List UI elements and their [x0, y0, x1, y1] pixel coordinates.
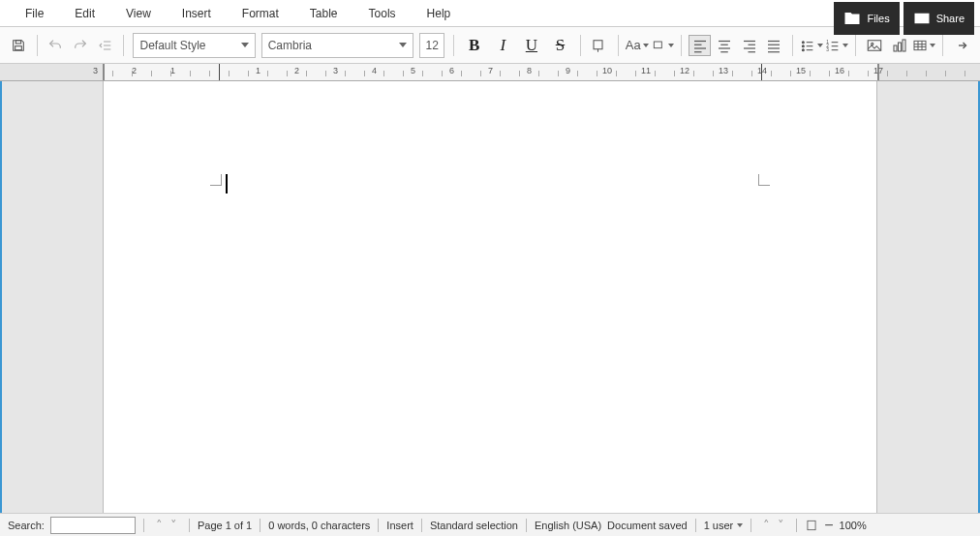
- svg-rect-38: [894, 45, 897, 51]
- envelope-icon: [913, 10, 931, 27]
- ruler-num: 9: [566, 66, 570, 75]
- svg-rect-5: [594, 40, 602, 48]
- svg-point-26: [803, 45, 805, 46]
- search-input[interactable]: [50, 517, 136, 534]
- text-cursor: [226, 174, 228, 194]
- menu-table[interactable]: Table: [294, 0, 353, 27]
- zoom-level[interactable]: 100%: [840, 520, 867, 531]
- menu-edit[interactable]: Edit: [59, 0, 110, 27]
- files-button[interactable]: Files: [834, 2, 899, 35]
- top-right-buttons: Files Share: [834, 2, 974, 35]
- ruler-num: 16: [835, 66, 844, 75]
- align-left-icon: [691, 37, 709, 54]
- svg-rect-1: [15, 45, 21, 49]
- menu-view[interactable]: View: [110, 0, 167, 27]
- insert-chart-button[interactable]: [888, 35, 911, 56]
- strikethrough-button[interactable]: S: [547, 33, 574, 58]
- folder-icon: [843, 10, 861, 27]
- document-area: [0, 81, 980, 515]
- ruler-num: 13: [719, 66, 728, 75]
- word-count[interactable]: 0 words, 0 characters: [268, 520, 370, 531]
- chevron-down-icon: [668, 44, 674, 47]
- toolbar: Default Style Cambria 12 B I U S Aa: [0, 27, 980, 64]
- align-left-button[interactable]: [689, 35, 712, 56]
- align-center-button[interactable]: [713, 35, 736, 56]
- fit-page-icon[interactable]: [805, 519, 818, 532]
- clear-formatting-button[interactable]: [588, 35, 611, 56]
- show-more-button[interactable]: [950, 35, 973, 56]
- separator: [681, 35, 682, 56]
- align-justify-button[interactable]: [763, 35, 786, 56]
- ruler-num: 14: [757, 66, 767, 75]
- separator: [618, 35, 619, 56]
- menu-format[interactable]: Format: [227, 0, 294, 27]
- font-case-button[interactable]: Aa: [626, 35, 649, 56]
- user-count[interactable]: 1 user: [704, 520, 734, 531]
- selection-mode[interactable]: Standard selection: [430, 520, 518, 531]
- separator: [796, 519, 797, 532]
- document-page[interactable]: [103, 81, 877, 515]
- ruler-num: 2: [294, 66, 299, 75]
- bullet-list-button[interactable]: [800, 35, 823, 56]
- horizontal-ruler[interactable]: 3 2 1 1 2 3 4 5 6 7 8 9 10 11 12 13 14 1…: [0, 64, 980, 81]
- save-button[interactable]: [7, 34, 30, 57]
- share-button[interactable]: Share: [903, 2, 974, 35]
- align-right-button[interactable]: [738, 35, 761, 56]
- margin-corner-icon: [758, 174, 770, 186]
- insert-table-button[interactable]: [912, 35, 935, 56]
- undo-button[interactable]: [45, 34, 68, 57]
- redo-button[interactable]: [69, 34, 92, 57]
- separator: [695, 519, 696, 532]
- font-size-value: 12: [426, 39, 439, 52]
- chevron-down-icon: [842, 44, 848, 47]
- files-label: Files: [867, 13, 889, 24]
- separator: [378, 519, 379, 532]
- bold-button[interactable]: B: [461, 33, 488, 58]
- ruler-num: 3: [333, 66, 338, 75]
- menu-insert[interactable]: Insert: [167, 0, 227, 27]
- margin-corner-icon: [210, 174, 222, 186]
- ruler-num: 12: [680, 66, 689, 75]
- paragraph-style-dropdown[interactable]: Default Style: [133, 33, 255, 58]
- menu-help[interactable]: Help: [412, 0, 467, 27]
- separator: [260, 519, 260, 532]
- align-justify-icon: [765, 37, 782, 54]
- find-prev-button[interactable]: ˄: [156, 518, 163, 532]
- insert-image-button[interactable]: [863, 35, 886, 56]
- chevron-down-icon: [399, 43, 407, 47]
- insert-mode[interactable]: Insert: [386, 520, 413, 531]
- underline-button[interactable]: U: [518, 33, 545, 58]
- separator: [143, 519, 144, 532]
- prev-page-button[interactable]: ˄: [763, 518, 770, 532]
- ruler-num: 17: [873, 66, 883, 75]
- italic-button[interactable]: I: [490, 33, 517, 58]
- share-label: Share: [936, 13, 965, 24]
- numbered-list-button[interactable]: 123: [825, 35, 848, 56]
- decrease-indent-button[interactable]: [94, 34, 117, 57]
- chevron-right-icon: [953, 37, 970, 54]
- separator: [942, 35, 943, 56]
- style-value: Default Style: [139, 39, 205, 52]
- find-next-button[interactable]: ˅: [170, 518, 177, 532]
- highlight-color-button[interactable]: [651, 35, 674, 56]
- chevron-down-icon: [241, 43, 249, 47]
- font-name-dropdown[interactable]: Cambria: [261, 33, 414, 58]
- menu-tools[interactable]: Tools: [353, 0, 412, 27]
- bullet-list-icon: [800, 37, 815, 54]
- search-label: Search:: [8, 520, 45, 531]
- language-status[interactable]: English (USA): [535, 520, 601, 531]
- chevron-down-icon: [643, 44, 649, 47]
- next-page-button[interactable]: ˅: [778, 518, 784, 532]
- menu-bar: File Edit View Insert Format Table Tools…: [0, 0, 980, 27]
- svg-point-28: [803, 48, 805, 50]
- menu-file[interactable]: File: [10, 0, 59, 27]
- separator: [421, 519, 422, 532]
- zoom-out-button[interactable]: −: [824, 517, 833, 534]
- ruler-num: 15: [796, 66, 806, 75]
- svg-point-37: [872, 43, 873, 45]
- save-icon: [11, 38, 26, 53]
- separator: [750, 519, 751, 532]
- image-icon: [866, 37, 883, 54]
- page-status[interactable]: Page 1 of 1: [198, 520, 252, 531]
- font-size-input[interactable]: 12: [419, 33, 444, 58]
